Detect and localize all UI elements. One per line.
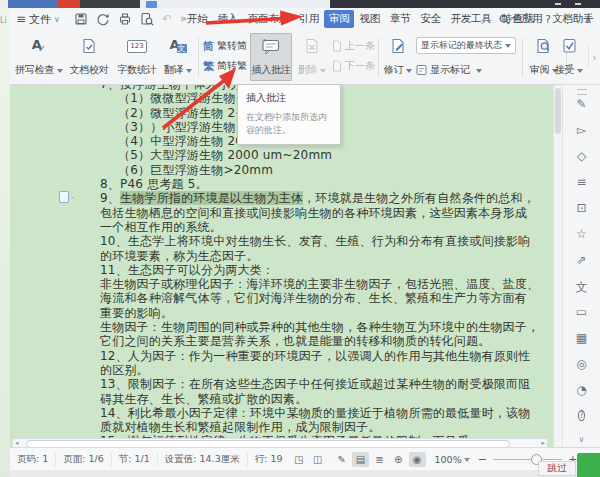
doc-line-with-highlight[interactable]: 9、生物学所指的环境是以生物为主体，环境就是生物之外所有自然条件的总和，: [100, 191, 553, 205]
doc-line[interactable]: 一个相互作用的系统。: [100, 220, 553, 234]
outline-view-icon[interactable]: ≣: [371, 452, 388, 467]
vertical-scrollbar-thumb[interactable]: [555, 88, 561, 134]
previous-comment-icon: [332, 40, 342, 52]
share-icon[interactable]: ⇗: [563, 253, 600, 267]
screenshot-icon[interactable]: ⊡: [563, 201, 600, 215]
doc-line[interactable]: （6）巨型浮游生物>20mm: [118, 163, 553, 177]
track-changes-label: 修订: [384, 63, 403, 77]
doc-line[interactable]: 10、生态学上将环境中对生物生长、发育、生殖、行为和分布有直接或间接影响: [100, 234, 553, 248]
help-icon[interactable]: ?: [545, 13, 551, 26]
doc-line[interactable]: 碍其生存、生长、繁殖或扩散的因素。: [100, 392, 553, 406]
pen-mode-icon[interactable]: ✎: [333, 452, 350, 467]
navigation-icon[interactable]: ◎: [563, 357, 600, 371]
translate-button[interactable]: A 文 翻译: [162, 33, 194, 81]
green-corner-overlay[interactable]: [577, 453, 600, 477]
sidebar-chevron-down-icon[interactable]: ∨: [563, 435, 600, 444]
zoom-caret-icon[interactable]: [464, 458, 470, 465]
doc-line[interactable]: 非生物因子或称理化因子：海洋环境的主要非生物因子，包括光照、温度、盐度、: [100, 277, 553, 291]
collapse-ribbon-icon[interactable]: ∧: [584, 13, 592, 26]
help-circle-icon[interactable]: ?: [563, 407, 600, 421]
comment-anchor-icon[interactable]: -: [59, 191, 74, 203]
edit-pen-icon[interactable]: ✎: [563, 97, 600, 111]
zoom-out-button[interactable]: −: [478, 453, 487, 466]
doc-line[interactable]: 的环境要素，称为生态因子。: [100, 249, 553, 263]
track-changes-icon: [391, 38, 405, 54]
tab-dev-tools[interactable]: 开发工具: [446, 10, 497, 28]
zoom-slider[interactable]: [493, 459, 562, 460]
sync-icon[interactable]: [96, 12, 110, 26]
favorites-star-icon[interactable]: ☆: [563, 227, 600, 241]
save-icon[interactable]: [74, 12, 88, 26]
top-window-sliver: [0, 0, 600, 8]
previous-comment-label: 上一条: [345, 39, 375, 53]
highlighted-phrase[interactable]: 生物学所指的环境是以生物为主体: [120, 191, 303, 205]
more-menu-icon[interactable]: ⋮: [562, 13, 573, 26]
doc-line[interactable]: 8、P46 思考题 5。: [100, 177, 553, 191]
trad-to-simp-button[interactable]: 简 繁转简: [203, 36, 247, 56]
tab-page-layout[interactable]: 页面布局: [243, 10, 294, 28]
tab-view[interactable]: 视图: [354, 10, 384, 28]
web-view-icon[interactable]: ⊕: [390, 452, 407, 467]
doc-line[interactable]: （5）大型浮游生物 2000 um~20mm: [118, 148, 553, 162]
tab-insert[interactable]: 插入: [212, 10, 242, 28]
toolbar-overflow-button[interactable]: ›: [588, 46, 600, 68]
word-count-button[interactable]: 123 字数统计: [114, 33, 160, 81]
fullscreen-icon[interactable]: ◳: [290, 452, 307, 467]
tab-review[interactable]: 审阅: [324, 10, 354, 28]
sidebar-handle-icon[interactable]: [577, 89, 587, 95]
vertical-scrollbar[interactable]: [553, 85, 562, 447]
simp-to-trad-label: 简转繁: [217, 59, 247, 73]
page-view-icon[interactable]: ▤: [352, 452, 369, 467]
shapes-icon[interactable]: ◇: [563, 149, 600, 163]
history-icon[interactable]: ◔: [563, 383, 600, 397]
status-setting-value: 设置值: 14.3厘米: [158, 453, 248, 466]
doc-line[interactable]: 13、限制因子：在所有这些生态因子中任何接近或超过某种生物的耐受极限而阻: [100, 377, 553, 391]
card-icon[interactable]: ▭: [563, 305, 600, 319]
proofread-icon: [82, 38, 96, 54]
read-layout-icon[interactable]: ◫: [309, 452, 326, 467]
right-tool-sidebar: ✎ ▻ ◇ ≡ ⊡ ☆ ⇗ 文 ▭ ▦ ◎ ◔ ? ∨: [562, 85, 600, 447]
doc-line[interactable]: 重要的影响。: [100, 306, 553, 320]
tab-home[interactable]: 开始: [182, 10, 212, 28]
zoom-level[interactable]: 100%: [435, 454, 462, 465]
translate-tool-icon[interactable]: 文: [563, 279, 600, 296]
track-changes-button[interactable]: 修订: [382, 33, 414, 81]
doc-line[interactable]: 包括生物栖息的空间和直接或间接影响生物的各种环境因素，这些因素本身形成: [100, 206, 553, 220]
horizontal-scrollbar-thumb[interactable]: [26, 440, 510, 447]
settings-icon[interactable]: ≡: [563, 175, 600, 189]
find-button[interactable]: 查找: [499, 12, 534, 26]
horizontal-scrollbar[interactable]: ◂ ▸: [12, 438, 548, 447]
doc-line[interactable]: 海流和各种溶解气体等，它们对海洋生物的分布、生长、繁殖和生产力等方面有: [100, 291, 553, 305]
spell-check-button[interactable]: A ✓ 拼写检查: [14, 33, 64, 81]
scroll-right-arrow-icon[interactable]: ▸: [541, 439, 545, 447]
doc-line[interactable]: 14、利比希最小因子定律：环境中某物质的量接近于植物所需的最低量时，该物: [100, 406, 553, 420]
menu-bar-right: 查找 ? ⋮ ∧: [499, 10, 592, 28]
print-preview-icon[interactable]: [140, 12, 154, 26]
accept-button[interactable]: 接受: [551, 33, 587, 81]
print-icon[interactable]: [118, 12, 132, 26]
select-tool-icon[interactable]: ▻: [563, 123, 600, 137]
doc-line[interactable]: 11、生态因子可以分为两大类：: [100, 263, 553, 277]
tab-security[interactable]: 安全: [415, 10, 445, 28]
file-menu-button[interactable]: ≡ 文件 ∨: [16, 8, 60, 30]
picture-icon[interactable]: ▦: [563, 331, 600, 345]
markup-state-select[interactable]: 显示标记的最终状态: [416, 37, 516, 54]
undo-icon[interactable]: ↶: [162, 12, 172, 26]
eye-protect-icon[interactable]: ◉: [409, 452, 426, 467]
proofread-button[interactable]: 文档校对: [66, 33, 112, 81]
next-comment-icon: [332, 60, 342, 72]
scroll-left-arrow-icon[interactable]: ◂: [15, 439, 19, 447]
quick-access-toolbar: ↶ »: [74, 11, 187, 27]
insert-comment-button[interactable]: 插入批注: [250, 33, 292, 81]
show-markup-button[interactable]: 显示标记: [416, 60, 482, 80]
skip-button[interactable]: 跳过: [538, 461, 576, 476]
doc-line[interactable]: 12、人为因子：作为一种重要的环境因子，以强调人的作用与其他生物有原则性: [100, 349, 553, 363]
doc-line[interactable]: 质就对植物生长和繁殖起限制作用，成为限制因子。: [100, 420, 553, 434]
tab-section[interactable]: 章节: [385, 10, 415, 28]
left-edge-sliver: Li: [0, 8, 10, 477]
doc-line[interactable]: 它们之间的关系主要是营养关系，也就是能量的转移和物质的转化问题。: [100, 334, 553, 348]
doc-line[interactable]: 生物因子：生物周围的同种或异种的其他生物，各种生物互为环境中的生物因子，: [100, 320, 553, 334]
doc-line[interactable]: 的区别。: [100, 363, 553, 377]
tab-references[interactable]: 引用: [294, 10, 324, 28]
simp-to-trad-button[interactable]: 繁 简转繁: [203, 56, 247, 76]
